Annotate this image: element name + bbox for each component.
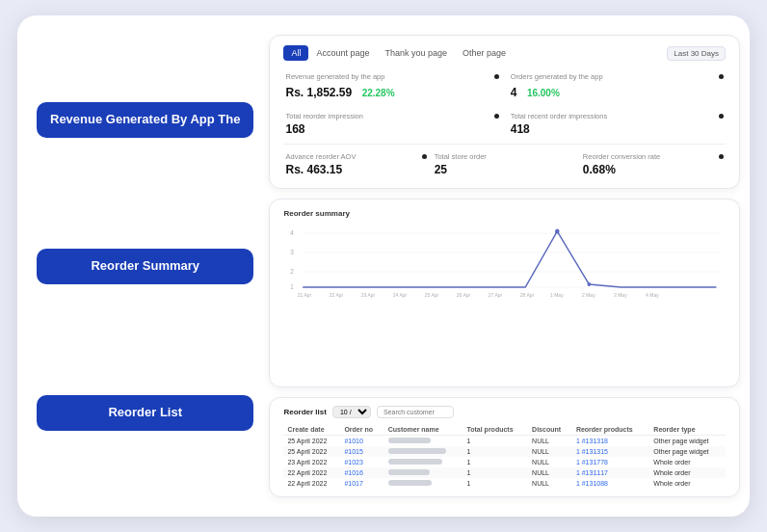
page-size-select[interactable]: 10 / page 25 / page bbox=[332, 406, 371, 418]
orders-dot bbox=[719, 74, 724, 79]
tab-other[interactable]: Other page bbox=[455, 45, 514, 61]
col-customer: Customer name bbox=[384, 424, 463, 436]
cell-products: 1 bbox=[463, 478, 528, 489]
reorder-list-label-badge: Reorder List bbox=[37, 395, 253, 431]
cell-order[interactable]: #1015 bbox=[340, 446, 384, 457]
cell-discount: NULL bbox=[528, 467, 572, 478]
cell-reorder-products[interactable]: 1 #131088 bbox=[572, 478, 649, 489]
cell-customer bbox=[384, 467, 463, 478]
cell-order[interactable]: #1016 bbox=[340, 467, 384, 478]
impressions-stat-value: 168 bbox=[285, 122, 498, 136]
chart-title: Reorder summary bbox=[283, 209, 726, 218]
cell-customer bbox=[384, 436, 463, 447]
aov-value: Rs. 463.15 bbox=[285, 163, 426, 176]
table-body: 25 April 2022 #1010 1 NULL 1 #131318 Oth… bbox=[283, 436, 726, 490]
tab-thankyou[interactable]: Thank you page bbox=[378, 45, 456, 61]
cell-discount: NULL bbox=[528, 436, 572, 447]
revenue-stat: Revenue generated by the app Rs. 1,852.5… bbox=[283, 68, 500, 104]
svg-text:2 May: 2 May bbox=[582, 292, 595, 298]
table-title: Reorder list bbox=[283, 408, 326, 416]
cell-reorder-type: Whole order bbox=[649, 467, 726, 478]
cell-date: 25 April 2022 bbox=[283, 446, 340, 457]
svg-text:1 May: 1 May bbox=[550, 292, 564, 298]
col-date: Create date bbox=[283, 424, 340, 436]
cell-order[interactable]: #1023 bbox=[340, 457, 384, 467]
col-products: Total products bbox=[463, 424, 528, 436]
svg-text:28 Apr: 28 Apr bbox=[520, 292, 535, 298]
svg-text:22 Apr: 22 Apr bbox=[330, 292, 344, 298]
stats-divider bbox=[283, 144, 726, 145]
table-row: 22 April 2022 #1017 1 NULL 1 #131088 Who… bbox=[283, 478, 726, 489]
cell-customer bbox=[384, 478, 463, 489]
revenue-dot bbox=[494, 74, 499, 79]
revenue-stat-value: Rs. 1,852.59 22.28% bbox=[285, 83, 498, 100]
svg-text:3 May: 3 May bbox=[614, 292, 627, 298]
table-row: 23 April 2022 #1023 1 NULL 1 #131778 Who… bbox=[283, 457, 726, 467]
col-reorder-type: Reorder type bbox=[649, 424, 726, 436]
svg-text:21 Apr: 21 Apr bbox=[298, 292, 312, 298]
col-order: Order no bbox=[340, 424, 384, 436]
date-range-badge: Last 30 Days bbox=[667, 46, 726, 61]
cell-reorder-products[interactable]: 1 #131778 bbox=[572, 457, 649, 467]
table-row: 25 April 2022 #1015 1 NULL 1 #131315 Oth… bbox=[283, 446, 726, 457]
cell-date: 25 April 2022 bbox=[283, 436, 340, 447]
cell-date: 23 April 2022 bbox=[283, 457, 340, 467]
cell-reorder-products[interactable]: 1 #131117 bbox=[572, 467, 649, 478]
orders-stat-value: 4 16.00% bbox=[511, 83, 724, 100]
svg-text:27 Apr: 27 Apr bbox=[489, 292, 503, 298]
cell-discount: NULL bbox=[528, 457, 572, 467]
svg-text:25 Apr: 25 Apr bbox=[425, 292, 439, 298]
svg-point-9 bbox=[588, 282, 592, 286]
svg-text:23 Apr: 23 Apr bbox=[361, 292, 376, 298]
table-card: Reorder list 10 / page 25 / page Create … bbox=[269, 397, 740, 497]
content-column: All Account page Thank you page Other pa… bbox=[269, 35, 740, 497]
conversion-value: 0.68% bbox=[583, 163, 724, 176]
tab-all[interactable]: All bbox=[283, 45, 308, 61]
reorder-chart: 4 3 2 1 21 Apr 22 Apr 23 Apr bbox=[283, 222, 726, 299]
total-impressions-label: Total recent order impressions bbox=[511, 112, 724, 120]
cell-products: 1 bbox=[463, 467, 528, 478]
conversion-stat: Reorder conversion rate 0.68% bbox=[581, 148, 726, 180]
orders-stat-label: Orders generated by the app bbox=[511, 72, 724, 81]
labels-column: Revenue Generated By App The Reorder Sum… bbox=[37, 35, 253, 497]
revenue-label-badge: Revenue Generated By App The bbox=[37, 102, 253, 138]
tab-account[interactable]: Account page bbox=[308, 45, 377, 61]
cell-date: 22 April 2022 bbox=[283, 478, 340, 489]
cell-order[interactable]: #1010 bbox=[340, 436, 384, 447]
reorder-table: Create date Order no Customer name Total… bbox=[283, 424, 726, 489]
search-input[interactable] bbox=[377, 406, 454, 418]
impressions-stat-label: Total reorder impression bbox=[285, 112, 498, 120]
aov-dot bbox=[422, 154, 427, 159]
cell-products: 1 bbox=[463, 446, 528, 457]
cell-reorder-type: Other page widget bbox=[649, 446, 726, 457]
cell-reorder-type: Other page widget bbox=[649, 436, 726, 447]
stats-card: All Account page Thank you page Other pa… bbox=[269, 35, 740, 189]
svg-text:1: 1 bbox=[291, 283, 295, 290]
conversion-dot bbox=[719, 154, 724, 159]
cell-products: 1 bbox=[463, 457, 528, 467]
svg-text:4: 4 bbox=[291, 229, 295, 236]
cell-customer bbox=[384, 446, 463, 457]
stats-grid-top: Revenue generated by the app Rs. 1,852.5… bbox=[283, 68, 726, 140]
svg-point-8 bbox=[555, 229, 560, 234]
total-impressions-value: 418 bbox=[511, 122, 724, 136]
cell-reorder-products[interactable]: 1 #131318 bbox=[572, 436, 649, 447]
chart-card: Reorder summary 4 3 2 1 21 bbox=[269, 199, 740, 387]
conversion-label: Reorder conversion rate bbox=[583, 152, 724, 161]
cell-discount: NULL bbox=[528, 446, 572, 457]
cell-products: 1 bbox=[463, 436, 528, 447]
cell-reorder-products[interactable]: 1 #131315 bbox=[572, 446, 649, 457]
table-row: 22 April 2022 #1016 1 NULL 1 #131117 Who… bbox=[283, 467, 726, 478]
store-order-stat: Total store order 25 bbox=[433, 148, 577, 180]
revenue-stat-label: Revenue generated by the app bbox=[285, 72, 498, 81]
table-row: 25 April 2022 #1010 1 NULL 1 #131318 Oth… bbox=[283, 436, 726, 447]
cell-date: 22 April 2022 bbox=[283, 467, 340, 478]
svg-text:24 Apr: 24 Apr bbox=[393, 292, 408, 298]
main-card: Revenue Generated By App The Reorder Sum… bbox=[17, 15, 750, 517]
total-impressions-stat: Total recent order impressions 418 bbox=[509, 108, 726, 140]
total-impressions-dot bbox=[719, 114, 724, 119]
col-discount: Discount bbox=[528, 424, 572, 436]
cell-order[interactable]: #1017 bbox=[340, 478, 384, 489]
store-order-label: Total store order bbox=[435, 152, 575, 161]
cell-discount: NULL bbox=[528, 478, 572, 489]
